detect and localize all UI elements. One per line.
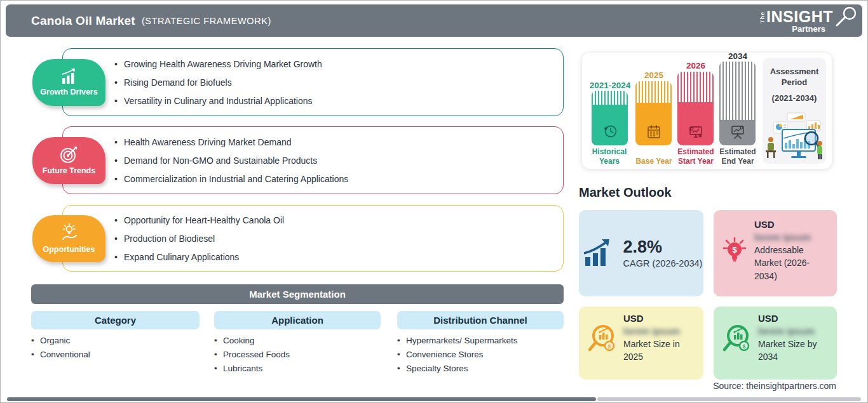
- growth-drivers-box: Growth Drivers Growing Health Awareness …: [62, 48, 564, 116]
- category-list: Organic Conventional: [31, 333, 90, 361]
- target-dart-icon: [59, 145, 79, 164]
- market-outlook-title: Market Outlook: [579, 185, 672, 200]
- magnifier-chart-icon: $: [720, 320, 753, 356]
- base-year-bar: [635, 81, 672, 145]
- list-item: Organic: [31, 333, 90, 347]
- page-title: Canola Oil Market: [31, 14, 135, 28]
- timeline-caption: Base Year: [630, 157, 678, 166]
- timeline-caption: Estimated Start Year: [672, 147, 720, 166]
- magnifier-chart-icon: $: [585, 320, 618, 356]
- list-item: Commercialization in Industrial and Cate…: [124, 169, 563, 188]
- future-trends-list: Health Awareness Driving Market Demand D…: [63, 133, 563, 188]
- timeline-caption: Estimated End Year: [714, 147, 762, 166]
- list-item: Rising Demand for Biofuels: [124, 73, 563, 91]
- logo-partners-text: Partners: [792, 25, 825, 33]
- market-size-2034-card: $ USD lorem ipsum Market Size by 2034: [714, 307, 837, 380]
- currency-label: USD: [754, 219, 829, 230]
- redacted-value: lorem ipsum: [758, 326, 829, 336]
- list-item: Growing Health Awareness Driving Market …: [124, 55, 563, 73]
- header-bar: Canola Oil Market (STRATEGIC FRAMEWORK) …: [6, 4, 862, 37]
- market-segmentation-header: Market Segmentation: [31, 284, 564, 304]
- list-item: Opportunity for Heart-Healthy Canola Oil: [124, 211, 563, 229]
- svg-text:$: $: [732, 245, 737, 254]
- estimated-start-year-bar: [677, 72, 714, 145]
- historical-years-bar: [592, 91, 628, 145]
- currency-label: USD: [758, 313, 829, 324]
- currency-label: USD: [623, 313, 696, 324]
- list-item: Demand for Non-GMO and Sustainable Produ…: [124, 151, 563, 169]
- insight-partners-logo: The INSIGHT Partners: [759, 9, 833, 33]
- magnifier-icon: [834, 6, 862, 28]
- cagr-card: 2.8% CAGR (2026-2034): [579, 210, 703, 296]
- redacted-value: lorem ipsum: [623, 326, 696, 336]
- list-item: Versatility in Culinary and Industrial A…: [124, 91, 563, 110]
- list-item: Conventional: [31, 347, 90, 361]
- list-item: Lubricants: [214, 361, 290, 375]
- presentation-board-icon: [729, 124, 746, 140]
- timeline-caption: Historical Years: [585, 147, 634, 166]
- badge-label: Future Trends: [43, 166, 95, 175]
- svg-text:$: $: [742, 343, 745, 350]
- monitor-chart-icon: [688, 124, 704, 140]
- bar-chart-growth-icon: [58, 68, 80, 86]
- growth-drivers-badge: Growth Drivers: [32, 59, 105, 106]
- list-item: Specialty Stores: [397, 361, 518, 375]
- growth-drivers-list: Growing Health Awareness Driving Market …: [63, 55, 563, 110]
- list-item: Production of Biodiesel: [124, 229, 563, 248]
- opportunities-badge: Opportunities: [32, 215, 105, 262]
- growth-chart-icon: [580, 237, 616, 270]
- card-caption: Addressable Market (2026-2034): [754, 244, 829, 282]
- list-item: Health Awareness Driving Market Demand: [124, 133, 563, 151]
- history-clock-icon: [602, 123, 618, 140]
- cagr-value: 2.8%: [623, 238, 703, 257]
- list-item: Cooking: [214, 333, 290, 347]
- calendar-icon: [646, 124, 661, 140]
- timeline-year-label: 2021-2024: [585, 81, 635, 90]
- future-trends-box: Future Trends Health Awareness Driving M…: [62, 126, 564, 194]
- application-column-header: Application: [214, 311, 381, 329]
- bulb-hand-icon: [59, 223, 79, 243]
- list-item: Expand Culinary Applications: [124, 248, 563, 266]
- source-attribution: Source: theinsightpartners.com: [713, 381, 836, 391]
- assessment-period-title: Assessment Period: [763, 67, 826, 88]
- addressable-market-card: $ USD lorem ipsum Addressable Market (20…: [714, 210, 837, 296]
- logo-the-text: The: [759, 11, 766, 23]
- assessment-period-range: (2021-2034): [763, 93, 826, 103]
- timeline-year-label: 2026: [670, 61, 721, 70]
- dollar-bulb-icon: $: [720, 233, 749, 268]
- infographic-page: Canola Oil Market (STRATEGIC FRAMEWORK) …: [0, 0, 868, 403]
- application-list: Cooking Processed Foods Lubricants: [214, 333, 290, 375]
- distribution-column-header: Distribution Channel: [397, 311, 564, 329]
- logo-insight-text: INSIGHT: [766, 9, 833, 25]
- list-item: Processed Foods: [214, 347, 290, 361]
- svg-text:$: $: [607, 343, 611, 350]
- opportunities-list: Opportunity for Heart-Healthy Canola Oil…: [63, 211, 563, 266]
- bottom-bar-dark: [7, 397, 596, 401]
- market-segmentation-title: Market Segmentation: [249, 289, 346, 300]
- market-size-2025-card: $ USD lorem ipsum Market Size in 2025: [579, 307, 703, 380]
- opportunities-box: Opportunities Opportunity for Heart-Heal…: [62, 205, 564, 272]
- list-item: Convenience Stores: [397, 347, 518, 361]
- distribution-list: Hypermarkets/ Supermarkets Convenience S…: [397, 333, 518, 375]
- redacted-value: lorem ipsum: [754, 232, 829, 242]
- category-column-header: Category: [31, 311, 200, 329]
- card-caption: Market Size in 2025: [623, 338, 696, 364]
- assessment-period-panel: Assessment Period (2021-2034): [763, 58, 826, 164]
- badge-label: Growth Drivers: [40, 88, 97, 96]
- timeline-year-label: 2025: [628, 70, 679, 80]
- cagr-caption: CAGR (2026-2034): [623, 258, 703, 268]
- assessment-timeline-card: 2021-2024 Historical Years 2025: [582, 53, 832, 169]
- bottom-bar-light: [597, 397, 861, 401]
- analytics-illustration: [764, 110, 824, 160]
- badge-label: Opportunities: [43, 245, 95, 254]
- timeline-year-label: 2034: [712, 51, 763, 61]
- page-subtitle: (STRATEGIC FRAMEWORK): [142, 16, 271, 26]
- card-caption: Market Size by 2034: [758, 338, 829, 364]
- future-trends-badge: Future Trends: [32, 137, 105, 184]
- list-item: Hypermarkets/ Supermarkets: [397, 333, 518, 347]
- estimated-end-year-bar: [719, 62, 756, 145]
